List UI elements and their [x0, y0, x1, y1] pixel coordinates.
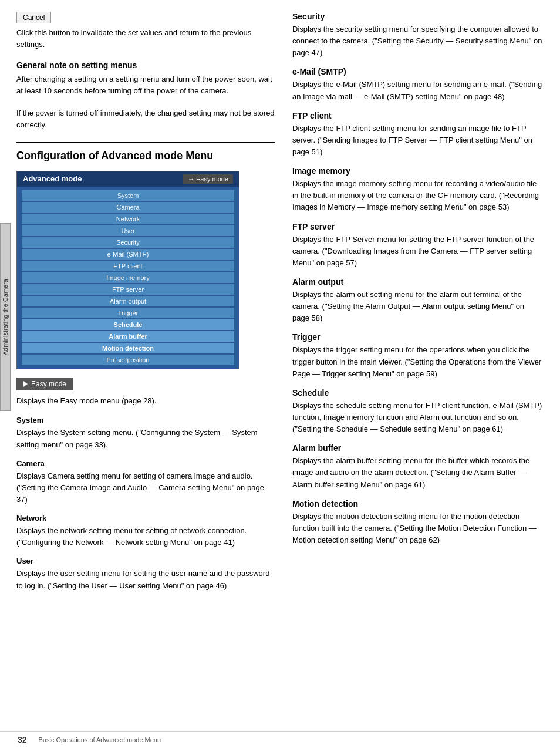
easy-mode-large-button[interactable]: Easy mode: [16, 378, 73, 390]
panel-item-system[interactable]: System: [22, 190, 234, 201]
ftp-server-text: Displays the FTP Server menu for setting…: [292, 234, 542, 269]
config-heading: Configuration of Advanced mode Menu: [16, 142, 275, 163]
email-text: Displays the e-Mail (SMTP) setting menu …: [292, 79, 542, 102]
alarm-buffer-heading: Alarm buffer: [292, 443, 542, 453]
cancel-button[interactable]: Cancel: [16, 12, 51, 23]
security-heading: Security: [292, 12, 542, 21]
user-heading: User: [16, 557, 275, 565]
panel-item-user[interactable]: User: [22, 225, 234, 236]
left-column: Cancel Click this button to invalidate t…: [16, 12, 275, 600]
security-section: Security Displays the security setting m…: [292, 12, 542, 59]
panel-item-camera[interactable]: Camera: [22, 202, 234, 213]
sidebar-tab-label: Administrating the Camera: [2, 279, 9, 355]
ftp-server-heading: FTP server: [292, 222, 542, 231]
alarm-output-heading: Alarm output: [292, 277, 542, 287]
alarm-buffer-text: Displays the alarm buffer setting menu f…: [292, 455, 542, 490]
camera-section: Camera Displays Camera setting menu for …: [16, 459, 275, 506]
easy-mode-desc: Displays the Easy mode menu (page 28).: [16, 395, 275, 407]
cancel-description: Click this button to invalidate the set …: [16, 27, 275, 50]
panel-item-alarm-output[interactable]: Alarm output: [22, 296, 234, 306]
motion-detection-section: Motion detection Displays the motion det…: [292, 499, 542, 546]
sidebar-tab: Administrating the Camera: [0, 223, 11, 411]
panel-item-schedule[interactable]: Schedule: [22, 319, 234, 330]
alarm-buffer-section: Alarm buffer Displays the alarm buffer s…: [292, 443, 542, 490]
alarm-output-section: Alarm output Displays the alarm out sett…: [292, 277, 542, 324]
easy-mode-top-button[interactable]: → Easy mode: [183, 174, 233, 184]
panel-item-ftp-client[interactable]: FTP client: [22, 261, 234, 271]
panel-item-preset-position[interactable]: Preset position: [22, 355, 234, 365]
footer-text: Basic Operations of Advanced mode Menu: [39, 736, 161, 743]
panel-item-ftp-server[interactable]: FTP server: [22, 284, 234, 295]
panel-item-image-memory[interactable]: Image memory: [22, 272, 234, 283]
system-text: Displays the System setting menu. ("Conf…: [16, 427, 275, 450]
panel-item-network[interactable]: Network: [22, 214, 234, 224]
motion-detection-heading: Motion detection: [292, 499, 542, 508]
general-note-section: General note on setting menus After chan…: [16, 60, 275, 132]
network-text: Displays the network setting menu for se…: [16, 525, 275, 548]
camera-heading: Camera: [16, 459, 275, 468]
panel-item-email[interactable]: e-Mail (SMTP): [22, 249, 234, 260]
image-memory-section: Image memory Displays the image memory s…: [292, 166, 542, 213]
email-section: e-Mail (SMTP) Displays the e-Mail (SMTP)…: [292, 67, 542, 102]
trigger-text: Displays the trigger setting menu for th…: [292, 344, 542, 379]
advanced-mode-panel: Advanced mode → Easy mode System Camera …: [16, 171, 239, 369]
panel-item-alarm-buffer[interactable]: Alarm buffer: [22, 331, 234, 342]
advanced-panel-title: Advanced mode: [23, 174, 82, 183]
right-column: Security Displays the security setting m…: [292, 12, 542, 600]
schedule-heading: Schedule: [292, 388, 542, 397]
system-heading: System: [16, 416, 275, 424]
system-section: System Displays the System setting menu.…: [16, 416, 275, 450]
footer: 32 Basic Operations of Advanced mode Men…: [0, 731, 560, 748]
user-text: Displays the user setting menu for setti…: [16, 568, 275, 591]
email-heading: e-Mail (SMTP): [292, 67, 542, 76]
alarm-output-text: Displays the alarm out setting menu for …: [292, 289, 542, 324]
general-note-heading: General note on setting menus: [16, 60, 275, 70]
security-text: Displays the security setting menu for s…: [292, 23, 542, 59]
ftp-client-heading: FTP client: [292, 111, 542, 120]
advanced-panel-header: Advanced mode → Easy mode: [17, 171, 239, 187]
camera-text: Displays Camera setting menu for setting…: [16, 470, 275, 506]
image-memory-heading: Image memory: [292, 166, 542, 176]
arrow-icon: [23, 381, 28, 387]
image-memory-text: Displays the image memory setting menu f…: [292, 178, 542, 213]
panel-item-security[interactable]: Security: [22, 237, 234, 248]
network-heading: Network: [16, 514, 275, 523]
general-note-text2: If the power is turned off immediately, …: [16, 107, 275, 131]
ftp-server-section: FTP server Displays the FTP Server menu …: [292, 222, 542, 269]
ftp-client-text: Displays the FTP client setting menu for…: [292, 123, 542, 158]
panel-item-motion-detection[interactable]: Motion detection: [22, 343, 234, 353]
trigger-section: Trigger Displays the trigger setting men…: [292, 332, 542, 379]
schedule-section: Schedule Displays the schedule setting m…: [292, 388, 542, 435]
general-note-text1: After changing a setting on a setting me…: [16, 73, 275, 97]
ftp-client-section: FTP client Displays the FTP client setti…: [292, 111, 542, 158]
easy-mode-label: Easy mode: [31, 380, 66, 388]
main-content: Cancel Click this button to invalidate t…: [0, 0, 560, 612]
schedule-text: Displays the schedule setting menu for F…: [292, 400, 542, 435]
panel-item-trigger[interactable]: Trigger: [22, 308, 234, 318]
motion-detection-text: Displays the motion detection setting me…: [292, 511, 542, 546]
advanced-panel-items: System Camera Network User Security e-Ma…: [17, 187, 239, 369]
trigger-heading: Trigger: [292, 332, 542, 342]
network-section: Network Displays the network setting men…: [16, 514, 275, 548]
user-section: User Displays the user setting menu for …: [16, 557, 275, 591]
page-number: 32: [18, 735, 27, 744]
